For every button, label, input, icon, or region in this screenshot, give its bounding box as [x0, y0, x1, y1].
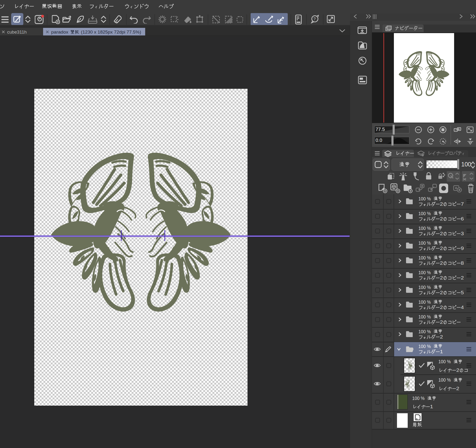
svg-text:100 %: 100 %	[418, 314, 431, 319]
svg-text:100 %: 100 %	[412, 395, 425, 401]
svg-text:100 %: 100 %	[438, 359, 451, 364]
svg-text:9: 9	[461, 246, 464, 251]
svg-text:100 %: 100 %	[418, 270, 431, 275]
svg-text:2: 2	[456, 386, 459, 391]
svg-text:(1230 x 1825px 72dpi 77.5%): (1230 x 1825px 72dpi 77.5%)	[81, 29, 141, 34]
svg-text:7: 7	[461, 201, 464, 207]
svg-text:100 %: 100 %	[418, 299, 431, 305]
svg-text:2: 2	[440, 216, 443, 221]
svg-text:2: 2	[456, 368, 459, 373]
svg-text:2: 2	[440, 261, 443, 266]
svg-text:paradox: paradox	[51, 29, 68, 34]
svg-text:100 %: 100 %	[418, 255, 431, 261]
svg-text:1: 1	[430, 404, 433, 409]
svg-text:2: 2	[440, 290, 443, 295]
svg-text:100 %: 100 %	[418, 284, 431, 290]
svg-text:100 %: 100 %	[418, 344, 431, 349]
svg-text:4: 4	[461, 305, 464, 310]
svg-text:cube311h: cube311h	[7, 29, 27, 34]
svg-text:6: 6	[461, 216, 464, 221]
svg-text:100 %: 100 %	[418, 196, 431, 201]
svg-text:100 %: 100 %	[418, 240, 431, 246]
svg-text:2: 2	[440, 305, 443, 310]
svg-text:1: 1	[440, 349, 443, 354]
svg-text:2: 2	[440, 246, 443, 251]
svg-text:3: 3	[461, 231, 464, 236]
svg-text:100 %: 100 %	[418, 225, 431, 231]
svg-text:2: 2	[440, 275, 443, 280]
svg-text:5: 5	[461, 290, 464, 295]
svg-text:?: ?	[313, 17, 316, 21]
svg-text:2: 2	[440, 201, 443, 207]
svg-text:2: 2	[461, 275, 464, 280]
svg-text:100 %: 100 %	[438, 377, 451, 383]
svg-text:2: 2	[440, 231, 443, 236]
svg-text:100 %: 100 %	[418, 211, 431, 216]
svg-text:100 %: 100 %	[418, 329, 431, 334]
svg-text:8: 8	[461, 261, 464, 266]
svg-text:2: 2	[440, 319, 443, 325]
svg-text:2: 2	[440, 334, 443, 340]
